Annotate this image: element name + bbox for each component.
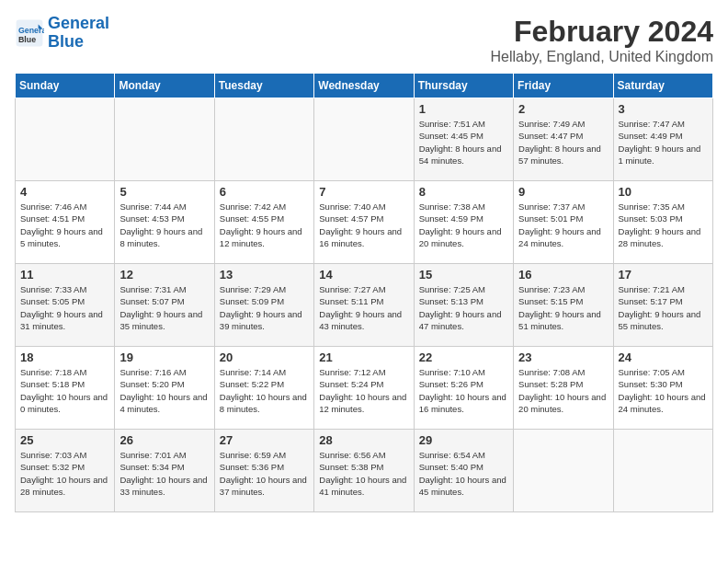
day-info-17: Sunrise: 7:21 AM Sunset: 5:17 PM Dayligh… [619,283,708,332]
day-number-26: 26 [119,433,209,447]
cell-w0-d4: 1Sunrise: 7:51 AM Sunset: 4:45 PM Daylig… [414,98,513,181]
day-info-26: Sunrise: 7:01 AM Sunset: 5:34 PM Dayligh… [119,449,209,498]
cell-w2-d5: 16Sunrise: 7:23 AM Sunset: 5:15 PM Dayli… [514,264,613,347]
cell-w0-d3 [314,98,414,181]
day-info-29: Sunrise: 6:54 AM Sunset: 5:40 PM Dayligh… [419,449,508,498]
day-info-15: Sunrise: 7:25 AM Sunset: 5:13 PM Dayligh… [419,283,508,332]
day-number-18: 18 [20,350,109,364]
cell-w4-d2: 27Sunrise: 6:59 AM Sunset: 5:36 PM Dayli… [214,430,313,512]
cell-w2-d4: 15Sunrise: 7:25 AM Sunset: 5:13 PM Dayli… [414,264,513,347]
cell-w1-d2: 6Sunrise: 7:42 AM Sunset: 4:55 PM Daylig… [214,181,313,264]
header: General Blue General Blue February 2024 … [15,15,713,65]
day-number-20: 20 [220,350,309,364]
day-number-27: 27 [220,433,309,447]
day-number-15: 15 [419,268,508,282]
day-info-25: Sunrise: 7:03 AM Sunset: 5:32 PM Dayligh… [20,449,109,498]
cell-w1-d5: 9Sunrise: 7:37 AM Sunset: 5:01 PM Daylig… [514,181,613,264]
cell-w2-d3: 14Sunrise: 7:27 AM Sunset: 5:11 PM Dayli… [314,264,414,347]
cell-w4-d6 [613,430,712,512]
day-number-16: 16 [518,268,608,282]
cell-w3-d4: 22Sunrise: 7:10 AM Sunset: 5:26 PM Dayli… [414,347,513,430]
week-row-0: 1Sunrise: 7:51 AM Sunset: 4:45 PM Daylig… [16,98,713,181]
day-number-12: 12 [119,268,209,282]
title-block: February 2024 Hellaby, England, United K… [490,15,713,65]
cell-w0-d2 [214,98,313,181]
cell-w1-d1: 5Sunrise: 7:44 AM Sunset: 4:53 PM Daylig… [115,181,214,264]
cell-w1-d3: 7Sunrise: 7:40 AM Sunset: 4:57 PM Daylig… [314,181,414,264]
cell-w3-d5: 23Sunrise: 7:08 AM Sunset: 5:28 PM Dayli… [514,347,613,430]
day-info-19: Sunrise: 7:16 AM Sunset: 5:20 PM Dayligh… [119,366,209,415]
svg-text:Blue: Blue [18,34,36,43]
cell-w4-d4: 29Sunrise: 6:54 AM Sunset: 5:40 PM Dayli… [414,430,513,512]
day-info-5: Sunrise: 7:44 AM Sunset: 4:53 PM Dayligh… [119,201,209,249]
logo: General Blue General Blue [15,15,109,52]
day-info-1: Sunrise: 7:51 AM Sunset: 4:45 PM Dayligh… [419,118,508,167]
day-number-9: 9 [518,185,608,199]
day-number-10: 10 [619,185,708,199]
week-row-3: 18Sunrise: 7:18 AM Sunset: 5:18 PM Dayli… [16,347,713,430]
day-number-6: 6 [220,185,309,199]
day-number-7: 7 [319,185,408,199]
day-info-7: Sunrise: 7:40 AM Sunset: 4:57 PM Dayligh… [319,201,408,249]
day-info-2: Sunrise: 7:49 AM Sunset: 4:47 PM Dayligh… [518,118,608,167]
day-number-21: 21 [319,350,408,364]
day-number-28: 28 [319,433,408,447]
week-row-1: 4Sunrise: 7:46 AM Sunset: 4:51 PM Daylig… [16,181,713,264]
day-info-24: Sunrise: 7:05 AM Sunset: 5:30 PM Dayligh… [619,366,708,415]
cell-w1-d0: 4Sunrise: 7:46 AM Sunset: 4:51 PM Daylig… [16,181,115,264]
logo-icon: General Blue [15,18,44,48]
week-row-4: 25Sunrise: 7:03 AM Sunset: 5:32 PM Dayli… [16,430,713,512]
day-number-24: 24 [619,350,708,364]
day-info-16: Sunrise: 7:23 AM Sunset: 5:15 PM Dayligh… [518,283,608,332]
calendar-header-row: Sunday Monday Tuesday Wednesday Thursday… [16,74,713,98]
week-row-2: 11Sunrise: 7:33 AM Sunset: 5:05 PM Dayli… [16,264,713,347]
day-info-21: Sunrise: 7:12 AM Sunset: 5:24 PM Dayligh… [319,366,408,415]
cell-w0-d5: 2Sunrise: 7:49 AM Sunset: 4:47 PM Daylig… [514,98,613,181]
day-number-25: 25 [20,433,109,447]
calendar-title: February 2024 [490,15,713,49]
day-info-10: Sunrise: 7:35 AM Sunset: 5:03 PM Dayligh… [619,201,708,249]
logo-line2: Blue [48,32,84,51]
calendar-subtitle: Hellaby, England, United Kingdom [490,49,713,65]
day-info-28: Sunrise: 6:56 AM Sunset: 5:38 PM Dayligh… [319,449,408,498]
day-number-22: 22 [419,350,508,364]
day-info-13: Sunrise: 7:29 AM Sunset: 5:09 PM Dayligh… [220,283,309,332]
cell-w4-d0: 25Sunrise: 7:03 AM Sunset: 5:32 PM Dayli… [16,430,115,512]
calendar-body: 1Sunrise: 7:51 AM Sunset: 4:45 PM Daylig… [16,98,713,512]
day-info-3: Sunrise: 7:47 AM Sunset: 4:49 PM Dayligh… [619,118,708,167]
day-info-9: Sunrise: 7:37 AM Sunset: 5:01 PM Dayligh… [518,201,608,249]
cell-w3-d6: 24Sunrise: 7:05 AM Sunset: 5:30 PM Dayli… [613,347,712,430]
cell-w0-d6: 3Sunrise: 7:47 AM Sunset: 4:49 PM Daylig… [613,98,712,181]
day-info-6: Sunrise: 7:42 AM Sunset: 4:55 PM Dayligh… [220,201,309,249]
col-wednesday: Wednesday [314,74,414,98]
cell-w4-d3: 28Sunrise: 6:56 AM Sunset: 5:38 PM Dayli… [314,430,414,512]
cell-w4-d1: 26Sunrise: 7:01 AM Sunset: 5:34 PM Dayli… [115,430,214,512]
day-info-18: Sunrise: 7:18 AM Sunset: 5:18 PM Dayligh… [20,366,109,415]
day-number-29: 29 [419,433,508,447]
day-number-23: 23 [518,350,608,364]
day-number-2: 2 [518,102,608,116]
cell-w1-d6: 10Sunrise: 7:35 AM Sunset: 5:03 PM Dayli… [613,181,712,264]
day-number-1: 1 [419,102,508,116]
day-info-22: Sunrise: 7:10 AM Sunset: 5:26 PM Dayligh… [419,366,508,415]
day-info-14: Sunrise: 7:27 AM Sunset: 5:11 PM Dayligh… [319,283,408,332]
col-saturday: Saturday [613,74,712,98]
cell-w0-d0 [16,98,115,181]
cell-w2-d1: 12Sunrise: 7:31 AM Sunset: 5:07 PM Dayli… [115,264,214,347]
cell-w0-d1 [115,98,214,181]
day-number-5: 5 [119,185,209,199]
day-number-13: 13 [220,268,309,282]
day-info-8: Sunrise: 7:38 AM Sunset: 4:59 PM Dayligh… [419,201,508,249]
col-tuesday: Tuesday [214,74,313,98]
cell-w3-d3: 21Sunrise: 7:12 AM Sunset: 5:24 PM Dayli… [314,347,414,430]
col-thursday: Thursday [414,74,513,98]
day-number-3: 3 [619,102,708,116]
day-info-12: Sunrise: 7:31 AM Sunset: 5:07 PM Dayligh… [119,283,209,332]
cell-w2-d0: 11Sunrise: 7:33 AM Sunset: 5:05 PM Dayli… [16,264,115,347]
day-info-20: Sunrise: 7:14 AM Sunset: 5:22 PM Dayligh… [220,366,309,415]
calendar-table: Sunday Monday Tuesday Wednesday Thursday… [15,73,713,512]
logo-text: General Blue [48,15,109,52]
cell-w1-d4: 8Sunrise: 7:38 AM Sunset: 4:59 PM Daylig… [414,181,513,264]
day-info-4: Sunrise: 7:46 AM Sunset: 4:51 PM Dayligh… [20,201,109,249]
day-number-19: 19 [119,350,209,364]
